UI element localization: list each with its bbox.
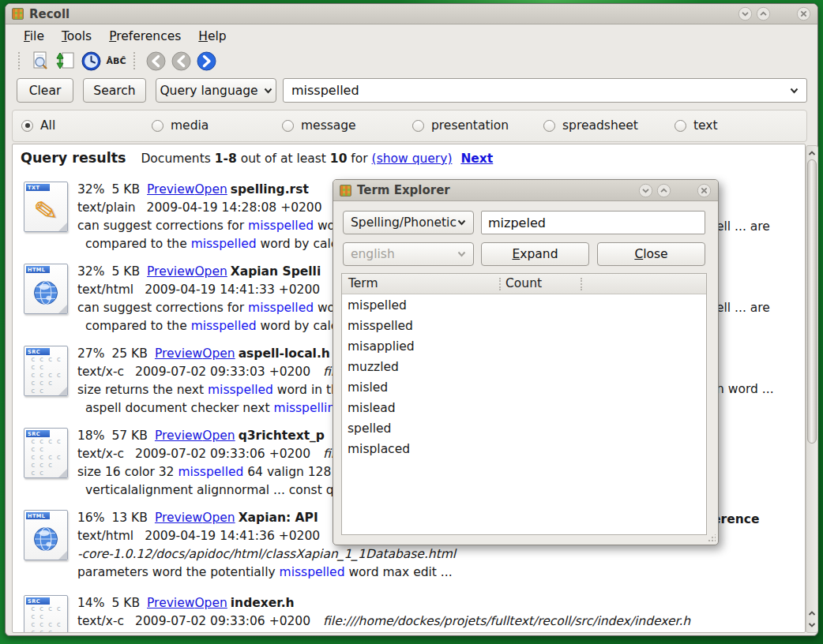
term-row[interactable]: muzzled <box>342 357 706 377</box>
filter-spreadsheet[interactable]: spreadsheet <box>543 118 638 133</box>
result-overflow-text: n word ... <box>716 382 774 396</box>
menu-tools[interactable]: Tools <box>54 27 99 46</box>
history-clock-icon[interactable] <box>78 49 103 73</box>
highlighted-term: misspelled <box>178 465 243 479</box>
column-term[interactable]: Term <box>348 276 378 290</box>
preview-document-icon[interactable] <box>28 49 53 73</box>
spellcheck-icon[interactable]: ÅBĈ <box>103 49 129 73</box>
minimize-button[interactable] <box>738 6 753 21</box>
back-icon[interactable] <box>143 49 168 73</box>
scroll-up-icon[interactable] <box>807 148 817 159</box>
highlighted-term: misspelled <box>191 319 257 333</box>
menu-help[interactable]: Help <box>191 27 233 46</box>
term-row[interactable]: misplaced <box>342 439 706 459</box>
combo-chevron-down-icon[interactable] <box>790 88 799 94</box>
language-dropdown-disabled: english <box>343 242 474 266</box>
source-file-icon: SRC c c c c c c c c c c c c c c c <box>24 595 68 633</box>
term-table-body: mispelled misspelled misapplied muzzled … <box>342 295 706 534</box>
term-row[interactable]: misled <box>342 377 706 398</box>
result-title-overflow-text: erence <box>712 512 759 526</box>
term-table-header[interactable]: Term Count <box>342 274 706 294</box>
source-code-pattern: c c c c c c c c c c c c c c c <box>24 604 67 633</box>
maximize-button[interactable] <box>656 183 671 198</box>
recoll-main-window: Recoll File Tools Preferences Help ÅBĈ <box>5 3 818 636</box>
term-explorer-dialog: Term Explorer Spelling/Phonetic english … <box>333 179 719 545</box>
result-overflow-text: ell ... are <box>716 301 770 315</box>
open-link[interactable]: Open <box>194 182 227 197</box>
sort-document-icon[interactable] <box>53 49 78 73</box>
preview-link[interactable]: Preview <box>147 596 194 610</box>
term-row[interactable]: mislead <box>342 398 706 418</box>
search-combobox[interactable] <box>283 78 807 103</box>
column-resize-handle[interactable] <box>581 278 582 290</box>
menu-preferences[interactable]: Preferences <box>102 27 188 46</box>
open-link[interactable]: Open <box>202 511 235 525</box>
highlighted-term: misspelled <box>280 565 345 579</box>
open-link[interactable]: Open <box>202 429 235 443</box>
filter-all[interactable]: All <box>21 118 55 133</box>
radio-icon <box>152 120 163 132</box>
scroll-down-icon[interactable] <box>807 620 817 631</box>
result-title: indexer.h <box>231 596 295 610</box>
highlighted-term: misspelled <box>191 237 257 251</box>
term-row[interactable]: spelled <box>342 418 706 439</box>
preview-link[interactable]: Preview <box>155 511 202 525</box>
dialog-titlebar[interactable]: Term Explorer <box>333 180 718 201</box>
clear-button[interactable]: Clear <box>17 78 73 103</box>
next-page-link[interactable]: Next <box>460 152 493 166</box>
scrollbar-thumb[interactable] <box>807 159 817 444</box>
toolbar-handle[interactable] <box>18 52 23 69</box>
close-button[interactable] <box>697 183 712 198</box>
filter-presentation[interactable]: presentation <box>412 118 509 133</box>
filter-media[interactable]: media <box>152 118 209 133</box>
result-count: 10 <box>330 152 348 166</box>
open-link[interactable]: Open <box>202 346 235 361</box>
results-scrollbar[interactable] <box>806 145 818 633</box>
term-row[interactable]: misspelled <box>342 316 706 336</box>
forward-icon[interactable] <box>194 49 219 73</box>
preview-link[interactable]: Preview <box>147 182 194 197</box>
term-row[interactable]: misapplied <box>342 336 706 357</box>
radio-icon <box>282 120 294 132</box>
search-button[interactable]: Search <box>83 78 146 103</box>
chevron-down-icon <box>457 251 466 257</box>
term-row[interactable]: mispelled <box>342 295 706 316</box>
radio-icon <box>412 120 424 132</box>
filter-text[interactable]: text <box>675 118 718 133</box>
result-title: Xapian Spelli <box>231 264 321 279</box>
column-resize-handle[interactable] <box>499 278 501 290</box>
back-icon-2[interactable] <box>168 49 194 73</box>
preview-link[interactable]: Preview <box>155 346 202 361</box>
show-query-link[interactable]: (show query) <box>372 152 453 166</box>
filter-message[interactable]: message <box>282 118 356 133</box>
preview-link[interactable]: Preview <box>155 429 202 443</box>
scroll-up-icon-2[interactable] <box>807 608 817 619</box>
result-overflow-text: ell ... are <box>716 219 770 234</box>
close-dialog-button[interactable]: Close <box>597 242 705 266</box>
expansion-mode-dropdown[interactable]: Spelling/Phonetic <box>343 211 474 234</box>
result-url: file:///home/dockes/projets/fulltext/rec… <box>323 614 690 628</box>
menu-file[interactable]: File <box>17 27 51 46</box>
open-link[interactable]: Open <box>194 596 227 610</box>
recoll-app-icon <box>12 8 24 20</box>
result-title: Xapian: API <box>239 511 318 525</box>
close-button[interactable] <box>796 6 811 21</box>
result-title: spelling.rst <box>231 182 309 197</box>
minimize-button[interactable] <box>638 183 653 198</box>
search-input[interactable] <box>291 83 790 98</box>
resize-grip[interactable] <box>708 534 716 542</box>
column-count[interactable]: Count <box>505 276 542 290</box>
open-link[interactable]: Open <box>194 264 227 279</box>
term-table: Term Count mispelled misspelled misappli… <box>341 273 707 535</box>
maximize-button[interactable] <box>756 6 771 21</box>
term-input[interactable] <box>481 211 705 234</box>
highlighted-term: misspelled <box>208 383 273 397</box>
toolbar-handle-2[interactable] <box>133 52 138 69</box>
titlebar[interactable]: Recoll <box>6 4 817 24</box>
result-title: q3richtext_p <box>239 429 325 443</box>
preview-link[interactable]: Preview <box>147 264 194 279</box>
source-file-icon: SRC c c c c c c c c c c c c c c c <box>24 346 68 396</box>
expand-button[interactable]: Expand <box>481 242 589 266</box>
highlighted-term: misspelled <box>248 219 314 233</box>
query-language-dropdown[interactable]: Query language <box>156 78 276 103</box>
